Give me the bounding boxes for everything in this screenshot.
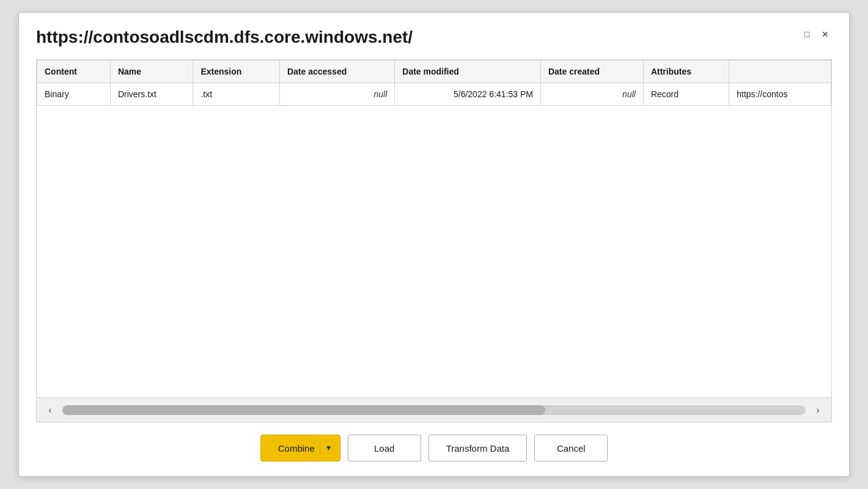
cell-date-modified: 5/6/2022 6:41:53 PM bbox=[395, 83, 541, 106]
scroll-left-button[interactable]: ‹ bbox=[42, 402, 59, 419]
dialog-title: https://contosoadlscdm.dfs.core.windows.… bbox=[36, 28, 413, 47]
cell-date-created: null bbox=[540, 83, 643, 106]
col-header-date-modified: Date modified bbox=[395, 61, 541, 83]
data-table-container: Content Name Extension Date accessed Dat… bbox=[36, 59, 832, 422]
combine-dropdown-icon[interactable]: ▼ bbox=[325, 444, 333, 452]
horizontal-scrollbar: ‹ › bbox=[37, 397, 831, 422]
footer-buttons: Combine ▼ Load Transform Data Cancel bbox=[36, 435, 832, 461]
cell-date-accessed: null bbox=[279, 83, 394, 106]
cancel-button[interactable]: Cancel bbox=[534, 435, 608, 461]
cell-attributes: Record bbox=[643, 83, 729, 106]
scroll-thumb bbox=[62, 405, 545, 415]
col-header-url bbox=[729, 61, 831, 83]
col-header-date-created: Date created bbox=[540, 61, 643, 83]
cell-name: Drivers.txt bbox=[110, 83, 193, 106]
col-header-date-accessed: Date accessed bbox=[279, 61, 394, 83]
cell-url: https://contos bbox=[729, 83, 831, 106]
title-bar: https://contosoadlscdm.dfs.core.windows.… bbox=[36, 28, 832, 47]
data-table: Content Name Extension Date accessed Dat… bbox=[37, 60, 831, 106]
table-row: Binary Drivers.txt .txt null 5/6/2022 6:… bbox=[37, 83, 831, 106]
cell-extension: .txt bbox=[193, 83, 280, 106]
close-button[interactable]: ✕ bbox=[818, 28, 832, 41]
combine-button[interactable]: Combine ▼ bbox=[260, 435, 340, 461]
load-button[interactable]: Load bbox=[348, 435, 421, 461]
combine-separator bbox=[320, 441, 320, 455]
scroll-track[interactable] bbox=[62, 405, 806, 415]
combine-label: Combine bbox=[278, 443, 315, 454]
table-header-row: Content Name Extension Date accessed Dat… bbox=[37, 61, 831, 83]
window-controls: □ ✕ bbox=[800, 28, 832, 41]
col-header-name: Name bbox=[110, 61, 193, 83]
col-header-extension: Extension bbox=[193, 61, 280, 83]
maximize-button[interactable]: □ bbox=[800, 28, 814, 41]
transform-data-button[interactable]: Transform Data bbox=[428, 435, 528, 461]
col-header-attributes: Attributes bbox=[643, 61, 729, 83]
scroll-right-button[interactable]: › bbox=[809, 402, 826, 419]
cell-content: Binary bbox=[37, 83, 111, 106]
table-wrapper[interactable]: Content Name Extension Date accessed Dat… bbox=[37, 60, 831, 397]
main-dialog: https://contosoadlscdm.dfs.core.windows.… bbox=[18, 12, 850, 477]
col-header-content: Content bbox=[37, 61, 111, 83]
